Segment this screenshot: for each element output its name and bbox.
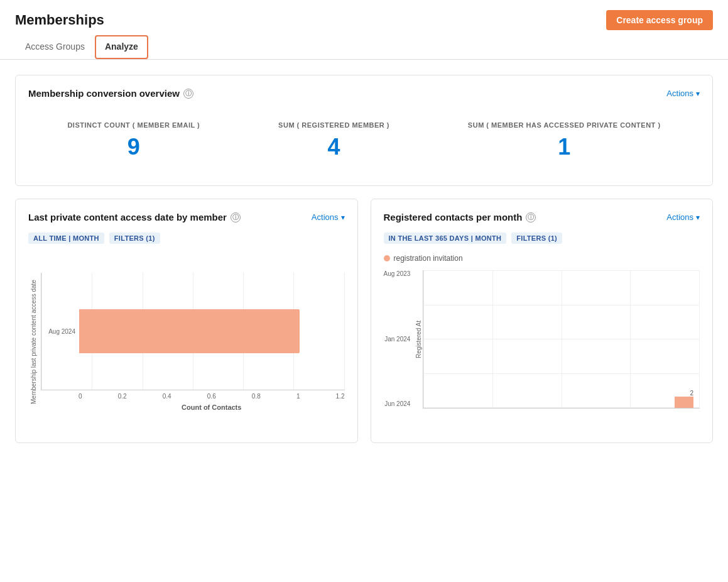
right-filter-tag-1[interactable]: FILTERS (1) (511, 233, 562, 244)
overview-actions-chevron-icon (696, 89, 700, 98)
left-y-axis-label: Membership last private content access d… (28, 273, 38, 411)
bottom-row: Last private content access date by memb… (15, 199, 713, 443)
stat-distinct-count-label: DISTINCT COUNT ( MEMBER EMAIL ) (67, 121, 200, 129)
overview-actions-button[interactable]: Actions (666, 89, 700, 98)
stat-distinct-count-value: 9 (67, 134, 200, 160)
right-y-label-1: Jan 2024 (384, 336, 411, 343)
left-chart-actions-button[interactable]: Actions (312, 212, 345, 222)
left-filter-tag-1[interactable]: FILTERS (1) (109, 233, 160, 244)
stat-sum-registered-value: 4 (278, 134, 389, 160)
legend-dot-icon (384, 255, 390, 261)
left-x-axis-label: Count of Contacts (41, 404, 345, 411)
tab-bar: Access Groups Analyze (0, 35, 728, 60)
right-bar-value: 2 (690, 390, 693, 397)
overview-card: Membership conversion overview ⓘ Actions… (15, 75, 713, 186)
legend-label: registration invitation (394, 254, 463, 263)
right-chart-actions-button[interactable]: Actions (666, 212, 700, 222)
stat-sum-registered: SUM ( REGISTERED MEMBER ) 4 (278, 121, 389, 160)
left-chart-area: Membership last private content access d… (28, 254, 345, 430)
right-chart-actions-chevron-icon (696, 212, 700, 222)
main-content: Membership conversion overview ⓘ Actions… (0, 60, 728, 458)
right-y-label-0: Aug 2023 (384, 270, 411, 277)
right-chart-info-icon[interactable]: ⓘ (526, 212, 536, 222)
left-x-ticks: 0 0.2 0.4 0.6 0.8 1 1.2 (41, 393, 345, 400)
page-title: Memberships (15, 12, 104, 28)
right-chart-legend: registration invitation (384, 254, 700, 263)
right-chart-card: Registered contacts per month ⓘ Actions … (371, 199, 714, 443)
stat-sum-accessed-label: SUM ( MEMBER HAS ACCESSED PRIVATE CONTEN… (468, 121, 661, 129)
overview-actions-label: Actions (666, 89, 693, 98)
left-bar-label: Aug 2024 (44, 328, 79, 335)
stats-row: DISTINCT COUNT ( MEMBER EMAIL ) 9 SUM ( … (28, 109, 700, 173)
overview-card-title: Membership conversion overview ⓘ (28, 88, 193, 99)
right-chart-area: Aug 2023 Jan 2024 Jun 2024 Registered At (384, 270, 700, 409)
left-chart-info-icon[interactable]: ⓘ (231, 212, 241, 222)
left-chart-title: Last private content access date by memb… (28, 212, 241, 222)
create-access-group-button[interactable]: Create access group (606, 10, 713, 30)
tab-analyze[interactable]: Analyze (95, 35, 148, 59)
right-y-label-2: Jun 2024 (384, 400, 411, 407)
right-chart-filter-tags: IN THE LAST 365 DAYS | MONTH FILTERS (1) (384, 233, 700, 244)
tab-access-groups[interactable]: Access Groups (15, 35, 95, 60)
right-filter-tag-0[interactable]: IN THE LAST 365 DAYS | MONTH (384, 233, 507, 244)
right-bar (675, 397, 693, 408)
right-chart-title-text: Registered contacts per month (384, 212, 523, 222)
right-y-labels: Aug 2023 Jan 2024 Jun 2024 (384, 270, 415, 409)
stat-sum-accessed-value: 1 (468, 134, 661, 160)
right-y-axis-label: Registered At (414, 270, 423, 409)
left-bar (79, 309, 300, 353)
right-chart-inner: 2 (423, 270, 700, 409)
overview-title-text: Membership conversion overview (28, 88, 180, 99)
stat-sum-accessed: SUM ( MEMBER HAS ACCESSED PRIVATE CONTEN… (468, 121, 661, 160)
left-filter-tag-0[interactable]: ALL TIME | MONTH (28, 233, 104, 244)
left-chart-actions-label: Actions (312, 212, 339, 222)
stat-sum-registered-label: SUM ( REGISTERED MEMBER ) (278, 121, 389, 129)
left-chart-filter-tags: ALL TIME | MONTH FILTERS (1) (28, 233, 345, 244)
left-chart-title-text: Last private content access date by memb… (28, 212, 227, 222)
right-chart-title: Registered contacts per month ⓘ (384, 212, 536, 222)
stat-distinct-count: DISTINCT COUNT ( MEMBER EMAIL ) 9 (67, 121, 200, 160)
left-chart-actions-chevron-icon (341, 212, 345, 222)
right-chart-actions-label: Actions (666, 212, 693, 222)
left-chart-card: Last private content access date by memb… (15, 199, 358, 443)
overview-info-icon[interactable]: ⓘ (183, 89, 193, 99)
